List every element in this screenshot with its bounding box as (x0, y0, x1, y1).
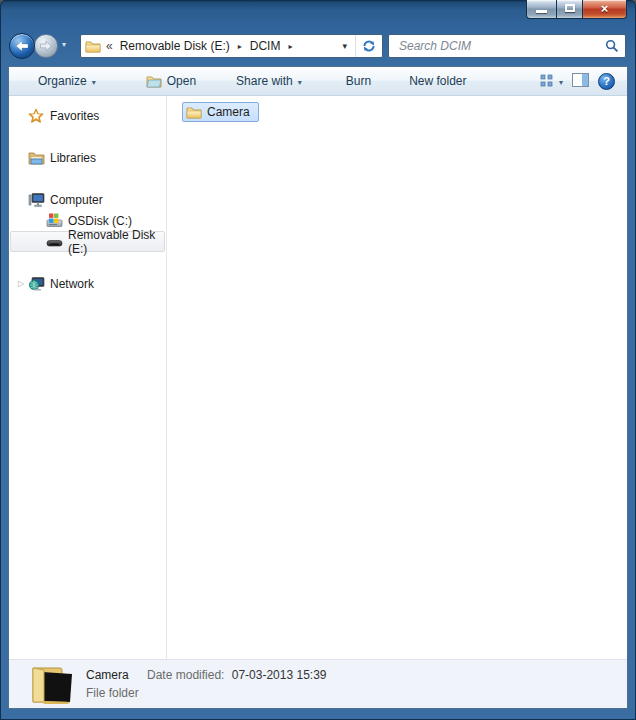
minimize-button[interactable] (526, 0, 556, 19)
share-with-button[interactable]: Share with ▾ (223, 69, 315, 93)
forward-arrow-icon (40, 41, 53, 52)
breadcrumb-separator-icon[interactable]: ▸ (232, 42, 248, 51)
sidebar-item-removable-disk-e[interactable]: Removable Disk (E:) (10, 231, 165, 252)
explorer-body: Favorites Libraries (9, 96, 627, 659)
breadcrumb-separator-icon[interactable]: ▸ (282, 42, 298, 51)
sidebar-spacer (9, 126, 166, 147)
organize-label: Organize (38, 74, 87, 88)
views-grid-icon (540, 74, 555, 88)
file-item-camera[interactable]: Camera (182, 102, 259, 122)
expander-icon[interactable]: ▷ (15, 279, 27, 288)
network-icon (27, 276, 45, 292)
new-folder-label: New folder (409, 74, 466, 88)
sidebar-item-computer[interactable]: Computer (10, 189, 165, 210)
sidebar-item-label: Removable Disk (E:) (68, 228, 164, 256)
help-icon: ? (603, 76, 610, 87)
libraries-icon (27, 150, 45, 166)
chevron-down-icon: ▾ (559, 78, 563, 87)
breadcrumb-segment-drive[interactable]: Removable Disk (E:) (118, 39, 232, 53)
command-toolbar: Organize ▾ Open Share with ▾ Burn New fo… (9, 67, 627, 96)
navigation-pane: Favorites Libraries (9, 96, 167, 659)
maximize-button[interactable] (556, 0, 583, 19)
search-input[interactable] (397, 38, 605, 54)
close-icon: × (583, 0, 626, 17)
os-disk-icon (45, 213, 63, 229)
file-item-label: Camera (207, 105, 250, 119)
preview-pane-button[interactable] (572, 73, 589, 90)
folder-icon (186, 105, 202, 119)
sidebar-item-label: OSDisk (C:) (68, 214, 132, 228)
refresh-button[interactable] (355, 35, 382, 57)
window-controls: × (526, 0, 627, 19)
refresh-icon (362, 39, 376, 53)
open-label: Open (167, 74, 196, 88)
sidebar-item-label: Network (50, 277, 94, 291)
help-button[interactable]: ? (598, 73, 615, 90)
minimize-icon (536, 10, 547, 13)
sidebar-item-label: Favorites (50, 109, 99, 123)
details-line-1: Camera Date modified: 07-03-2013 15:39 (86, 668, 327, 682)
new-folder-button[interactable]: New folder (396, 69, 479, 93)
address-dropdown-icon[interactable]: ▾ (334, 41, 355, 51)
breadcrumb-collapse-icon[interactable]: « (106, 39, 112, 53)
sidebar-item-libraries[interactable]: Libraries (10, 147, 165, 168)
preview-pane-icon (572, 73, 589, 87)
details-file-type: File folder (86, 686, 139, 700)
chevron-down-icon: ▾ (92, 78, 96, 87)
burn-label: Burn (346, 74, 371, 88)
sidebar-spacer (9, 168, 166, 189)
details-date-modified-label: Date modified: (147, 668, 224, 682)
views-button[interactable]: ▾ (540, 74, 563, 88)
removable-disk-icon (45, 234, 63, 250)
breadcrumb-segment-dcim[interactable]: DCIM (248, 39, 283, 53)
file-list[interactable]: Camera (167, 96, 627, 659)
forward-button[interactable] (34, 34, 58, 58)
back-button[interactable] (9, 33, 35, 59)
chevron-down-icon: ▾ (298, 78, 302, 87)
toolbar-right-group: ▾ ? (540, 73, 617, 90)
search-box (388, 34, 626, 58)
details-pane: Camera Date modified: 07-03-2013 15:39 F… (9, 659, 627, 708)
computer-icon (27, 192, 45, 208)
recent-pages-dropdown[interactable]: ▾ (62, 40, 66, 49)
star-icon (27, 108, 45, 124)
search-icon[interactable] (605, 39, 619, 53)
sidebar-item-favorites[interactable]: Favorites (10, 105, 165, 126)
back-arrow-icon (15, 40, 29, 52)
sidebar-item-network[interactable]: ▷ Network (10, 273, 165, 294)
folder-icon (85, 39, 101, 53)
details-file-name: Camera (86, 668, 129, 682)
sidebar-item-label: Computer (50, 193, 103, 207)
maximize-icon (565, 4, 575, 12)
open-folder-icon (146, 74, 162, 88)
address-bar[interactable]: « Removable Disk (E:) ▸ DCIM ▸ ▾ (80, 34, 383, 58)
close-button[interactable]: × (583, 0, 627, 19)
sidebar-item-label: Libraries (50, 151, 96, 165)
open-button[interactable]: Open (133, 69, 209, 93)
share-with-label: Share with (236, 74, 293, 88)
open-folder-large-icon (30, 664, 76, 706)
organize-button[interactable]: Organize ▾ (25, 69, 109, 93)
burn-button[interactable]: Burn (333, 69, 384, 93)
details-date-modified-value: 07-03-2013 15:39 (232, 668, 327, 682)
explorer-window: × ▾ « Removable Disk (E:) ▸ DCIM ▸ ▾ (0, 0, 636, 720)
content-frame: Organize ▾ Open Share with ▾ Burn New fo… (8, 66, 628, 709)
